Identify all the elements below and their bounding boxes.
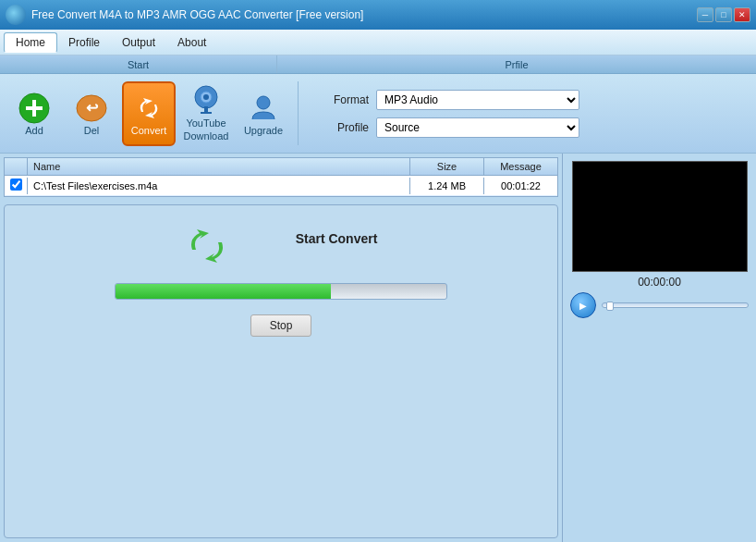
video-preview: [572, 161, 748, 272]
format-label: Format: [324, 93, 369, 106]
player-controls: ▶: [570, 292, 749, 318]
profile-row: Profile Source: [324, 117, 749, 138]
youtube-download-button[interactable]: YouTubeDownload: [179, 81, 233, 146]
profile-label: Profile: [324, 121, 369, 134]
format-select[interactable]: MP3 Audio AAC Audio OGG Audio AMR Audio …: [376, 90, 579, 110]
file-table: Name Size Message C:\Test Files\exercise…: [4, 157, 558, 197]
add-label: Add: [25, 125, 43, 136]
menu-about[interactable]: About: [166, 33, 217, 52]
svg-point-7: [203, 94, 209, 100]
close-button[interactable]: ✕: [734, 7, 750, 22]
row-name: C:\Test Files\exercises.m4a: [27, 178, 409, 194]
right-panel: 00:00:00 ▶: [562, 154, 756, 542]
app-title: Free Convert M4A to MP3 AMR OGG AAC Conv…: [31, 8, 363, 21]
minimize-button[interactable]: ─: [697, 7, 713, 22]
menu-profile[interactable]: Profile: [57, 33, 111, 52]
toolbar: Add ↩ Del Convert: [0, 74, 756, 154]
svg-rect-9: [201, 112, 212, 114]
titlebar: Free Convert M4A to MP3 AMR OGG AAC Conv…: [0, 0, 756, 30]
svg-text:↩: ↩: [86, 100, 99, 116]
play-button[interactable]: ▶: [570, 292, 596, 318]
youtube-download-label: YouTubeDownload: [184, 117, 229, 142]
section-label-profile: Prfile: [277, 55, 756, 73]
seek-handle: [606, 302, 614, 311]
menubar: Home Profile Output About: [0, 30, 756, 55]
profile-select[interactable]: Source: [376, 117, 579, 138]
progress-bar-inner: [116, 284, 331, 299]
toolbar-buttons: Add ↩ Del Convert: [7, 78, 290, 149]
file-table-header: Name Size Message: [5, 158, 557, 176]
col-size-header: Size: [409, 158, 483, 175]
del-icon: ↩: [75, 92, 108, 125]
upgrade-icon: [247, 92, 280, 125]
left-panel: Name Size Message C:\Test Files\exercise…: [0, 154, 562, 542]
convert-dialog: Start Convert Stop: [4, 204, 558, 538]
convert-arrows-icon: [185, 224, 229, 268]
add-button[interactable]: Add: [7, 81, 61, 146]
menu-output[interactable]: Output: [111, 33, 166, 52]
del-button[interactable]: ↩ Del: [65, 81, 118, 146]
maximize-button[interactable]: □: [715, 7, 732, 22]
row-message: 00:01:22: [483, 178, 557, 194]
toolbar-divider: [298, 81, 299, 145]
section-labels: Start Prfile: [0, 55, 756, 74]
row-checkbox-cell[interactable]: [5, 176, 27, 195]
section-label-start: Start: [0, 55, 277, 73]
svg-point-10: [257, 96, 270, 109]
upgrade-label: Upgrade: [244, 125, 283, 136]
app-icon: [6, 5, 26, 25]
col-message-header: Message: [483, 158, 557, 175]
svg-rect-2: [26, 106, 43, 110]
seek-bar[interactable]: [602, 302, 749, 308]
convert-icon: [132, 92, 165, 125]
convert-button[interactable]: Convert: [122, 81, 176, 146]
titlebar-controls[interactable]: ─ □ ✕: [697, 7, 750, 22]
progress-container: [115, 283, 447, 300]
convert-icon-title: Start Convert: [23, 224, 539, 268]
table-row: C:\Test Files\exercises.m4a 1.24 MB 00:0…: [5, 176, 557, 196]
upgrade-button[interactable]: Upgrade: [237, 81, 290, 146]
progress-bar-outer: [115, 283, 447, 300]
youtube-icon: [189, 84, 223, 117]
convert-label: Convert: [131, 125, 167, 136]
toolbar-right: Format MP3 Audio AAC Audio OGG Audio AMR…: [306, 78, 749, 149]
col-check-header: [5, 158, 27, 175]
col-name-header: Name: [27, 158, 409, 175]
add-icon: [18, 92, 51, 125]
stop-button[interactable]: Stop: [250, 314, 312, 337]
row-checkbox[interactable]: [10, 179, 22, 191]
convert-title: Start Convert: [296, 231, 378, 246]
del-label: Del: [84, 125, 100, 136]
format-row: Format MP3 Audio AAC Audio OGG Audio AMR…: [324, 90, 749, 110]
row-size: 1.24 MB: [409, 178, 483, 194]
time-display: 00:00:00: [638, 276, 681, 289]
titlebar-left: Free Convert M4A to MP3 AMR OGG AAC Conv…: [6, 5, 363, 25]
menu-home[interactable]: Home: [4, 32, 57, 53]
